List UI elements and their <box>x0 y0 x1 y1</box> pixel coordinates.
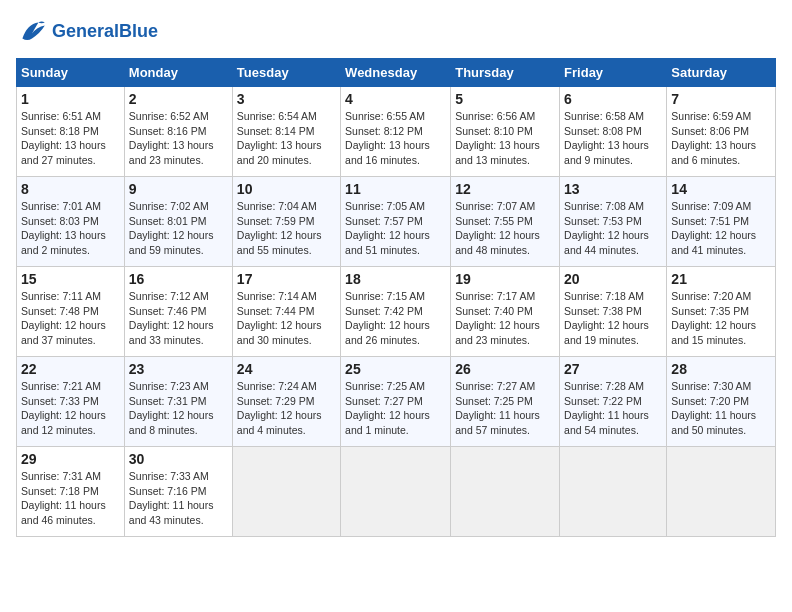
calendar-cell: 23 Sunrise: 7:23 AMSunset: 7:31 PMDaylig… <box>124 357 232 447</box>
day-info: Sunrise: 6:59 AMSunset: 8:06 PMDaylight:… <box>671 110 756 166</box>
calendar-cell: 26 Sunrise: 7:27 AMSunset: 7:25 PMDaylig… <box>451 357 560 447</box>
day-number: 21 <box>671 271 771 287</box>
day-info: Sunrise: 7:08 AMSunset: 7:53 PMDaylight:… <box>564 200 649 256</box>
calendar-week-5: 29 Sunrise: 7:31 AMSunset: 7:18 PMDaylig… <box>17 447 776 537</box>
calendar-cell: 12 Sunrise: 7:07 AMSunset: 7:55 PMDaylig… <box>451 177 560 267</box>
calendar-cell: 16 Sunrise: 7:12 AMSunset: 7:46 PMDaylig… <box>124 267 232 357</box>
calendar-cell: 22 Sunrise: 7:21 AMSunset: 7:33 PMDaylig… <box>17 357 125 447</box>
calendar-cell: 19 Sunrise: 7:17 AMSunset: 7:40 PMDaylig… <box>451 267 560 357</box>
day-info: Sunrise: 7:27 AMSunset: 7:25 PMDaylight:… <box>455 380 540 436</box>
day-info: Sunrise: 7:21 AMSunset: 7:33 PMDaylight:… <box>21 380 106 436</box>
day-info: Sunrise: 6:51 AMSunset: 8:18 PMDaylight:… <box>21 110 106 166</box>
day-info: Sunrise: 7:17 AMSunset: 7:40 PMDaylight:… <box>455 290 540 346</box>
day-number: 6 <box>564 91 662 107</box>
day-info: Sunrise: 6:58 AMSunset: 8:08 PMDaylight:… <box>564 110 649 166</box>
day-number: 12 <box>455 181 555 197</box>
day-number: 26 <box>455 361 555 377</box>
calendar-cell: 6 Sunrise: 6:58 AMSunset: 8:08 PMDayligh… <box>560 87 667 177</box>
day-info: Sunrise: 7:15 AMSunset: 7:42 PMDaylight:… <box>345 290 430 346</box>
col-friday: Friday <box>560 59 667 87</box>
day-number: 7 <box>671 91 771 107</box>
calendar-cell: 8 Sunrise: 7:01 AMSunset: 8:03 PMDayligh… <box>17 177 125 267</box>
day-number: 2 <box>129 91 228 107</box>
col-saturday: Saturday <box>667 59 776 87</box>
calendar-cell: 3 Sunrise: 6:54 AMSunset: 8:14 PMDayligh… <box>232 87 340 177</box>
day-info: Sunrise: 7:04 AMSunset: 7:59 PMDaylight:… <box>237 200 322 256</box>
day-info: Sunrise: 6:55 AMSunset: 8:12 PMDaylight:… <box>345 110 430 166</box>
day-info: Sunrise: 7:14 AMSunset: 7:44 PMDaylight:… <box>237 290 322 346</box>
calendar-cell <box>341 447 451 537</box>
calendar-body: 1 Sunrise: 6:51 AMSunset: 8:18 PMDayligh… <box>17 87 776 537</box>
logo-text: GeneralBlue <box>52 22 158 42</box>
calendar-week-2: 8 Sunrise: 7:01 AMSunset: 8:03 PMDayligh… <box>17 177 776 267</box>
day-info: Sunrise: 7:25 AMSunset: 7:27 PMDaylight:… <box>345 380 430 436</box>
day-info: Sunrise: 7:31 AMSunset: 7:18 PMDaylight:… <box>21 470 106 526</box>
calendar-cell: 17 Sunrise: 7:14 AMSunset: 7:44 PMDaylig… <box>232 267 340 357</box>
calendar-cell: 21 Sunrise: 7:20 AMSunset: 7:35 PMDaylig… <box>667 267 776 357</box>
logo-icon <box>16 16 48 48</box>
calendar-cell <box>560 447 667 537</box>
day-number: 18 <box>345 271 446 287</box>
day-number: 1 <box>21 91 120 107</box>
day-number: 11 <box>345 181 446 197</box>
day-info: Sunrise: 7:07 AMSunset: 7:55 PMDaylight:… <box>455 200 540 256</box>
day-number: 8 <box>21 181 120 197</box>
day-info: Sunrise: 7:20 AMSunset: 7:35 PMDaylight:… <box>671 290 756 346</box>
calendar-cell <box>451 447 560 537</box>
calendar-cell: 14 Sunrise: 7:09 AMSunset: 7:51 PMDaylig… <box>667 177 776 267</box>
day-number: 19 <box>455 271 555 287</box>
calendar-cell: 18 Sunrise: 7:15 AMSunset: 7:42 PMDaylig… <box>341 267 451 357</box>
calendar-table: Sunday Monday Tuesday Wednesday Thursday… <box>16 58 776 537</box>
day-info: Sunrise: 7:30 AMSunset: 7:20 PMDaylight:… <box>671 380 756 436</box>
day-number: 3 <box>237 91 336 107</box>
day-number: 17 <box>237 271 336 287</box>
calendar-cell: 9 Sunrise: 7:02 AMSunset: 8:01 PMDayligh… <box>124 177 232 267</box>
day-info: Sunrise: 7:11 AMSunset: 7:48 PMDaylight:… <box>21 290 106 346</box>
col-sunday: Sunday <box>17 59 125 87</box>
day-info: Sunrise: 7:23 AMSunset: 7:31 PMDaylight:… <box>129 380 214 436</box>
day-info: Sunrise: 7:18 AMSunset: 7:38 PMDaylight:… <box>564 290 649 346</box>
calendar-cell: 10 Sunrise: 7:04 AMSunset: 7:59 PMDaylig… <box>232 177 340 267</box>
col-wednesday: Wednesday <box>341 59 451 87</box>
day-number: 5 <box>455 91 555 107</box>
col-tuesday: Tuesday <box>232 59 340 87</box>
calendar-cell: 20 Sunrise: 7:18 AMSunset: 7:38 PMDaylig… <box>560 267 667 357</box>
calendar-cell: 1 Sunrise: 6:51 AMSunset: 8:18 PMDayligh… <box>17 87 125 177</box>
day-info: Sunrise: 7:02 AMSunset: 8:01 PMDaylight:… <box>129 200 214 256</box>
calendar-cell: 7 Sunrise: 6:59 AMSunset: 8:06 PMDayligh… <box>667 87 776 177</box>
day-number: 29 <box>21 451 120 467</box>
calendar-cell: 4 Sunrise: 6:55 AMSunset: 8:12 PMDayligh… <box>341 87 451 177</box>
day-number: 30 <box>129 451 228 467</box>
calendar-cell: 2 Sunrise: 6:52 AMSunset: 8:16 PMDayligh… <box>124 87 232 177</box>
calendar-cell: 30 Sunrise: 7:33 AMSunset: 7:16 PMDaylig… <box>124 447 232 537</box>
day-info: Sunrise: 7:05 AMSunset: 7:57 PMDaylight:… <box>345 200 430 256</box>
day-info: Sunrise: 7:09 AMSunset: 7:51 PMDaylight:… <box>671 200 756 256</box>
calendar-cell <box>667 447 776 537</box>
header-row: Sunday Monday Tuesday Wednesday Thursday… <box>17 59 776 87</box>
day-info: Sunrise: 7:28 AMSunset: 7:22 PMDaylight:… <box>564 380 649 436</box>
day-number: 9 <box>129 181 228 197</box>
day-info: Sunrise: 6:56 AMSunset: 8:10 PMDaylight:… <box>455 110 540 166</box>
day-info: Sunrise: 7:12 AMSunset: 7:46 PMDaylight:… <box>129 290 214 346</box>
calendar-cell: 13 Sunrise: 7:08 AMSunset: 7:53 PMDaylig… <box>560 177 667 267</box>
col-thursday: Thursday <box>451 59 560 87</box>
calendar-cell: 25 Sunrise: 7:25 AMSunset: 7:27 PMDaylig… <box>341 357 451 447</box>
calendar-cell: 24 Sunrise: 7:24 AMSunset: 7:29 PMDaylig… <box>232 357 340 447</box>
calendar-week-4: 22 Sunrise: 7:21 AMSunset: 7:33 PMDaylig… <box>17 357 776 447</box>
day-number: 20 <box>564 271 662 287</box>
calendar-cell: 11 Sunrise: 7:05 AMSunset: 7:57 PMDaylig… <box>341 177 451 267</box>
day-info: Sunrise: 6:52 AMSunset: 8:16 PMDaylight:… <box>129 110 214 166</box>
day-number: 4 <box>345 91 446 107</box>
calendar-cell: 27 Sunrise: 7:28 AMSunset: 7:22 PMDaylig… <box>560 357 667 447</box>
day-info: Sunrise: 7:24 AMSunset: 7:29 PMDaylight:… <box>237 380 322 436</box>
col-monday: Monday <box>124 59 232 87</box>
day-number: 16 <box>129 271 228 287</box>
calendar-week-1: 1 Sunrise: 6:51 AMSunset: 8:18 PMDayligh… <box>17 87 776 177</box>
day-number: 15 <box>21 271 120 287</box>
calendar-cell: 15 Sunrise: 7:11 AMSunset: 7:48 PMDaylig… <box>17 267 125 357</box>
page-header: GeneralBlue <box>16 16 776 48</box>
day-number: 22 <box>21 361 120 377</box>
day-number: 23 <box>129 361 228 377</box>
day-info: Sunrise: 7:33 AMSunset: 7:16 PMDaylight:… <box>129 470 214 526</box>
calendar-week-3: 15 Sunrise: 7:11 AMSunset: 7:48 PMDaylig… <box>17 267 776 357</box>
